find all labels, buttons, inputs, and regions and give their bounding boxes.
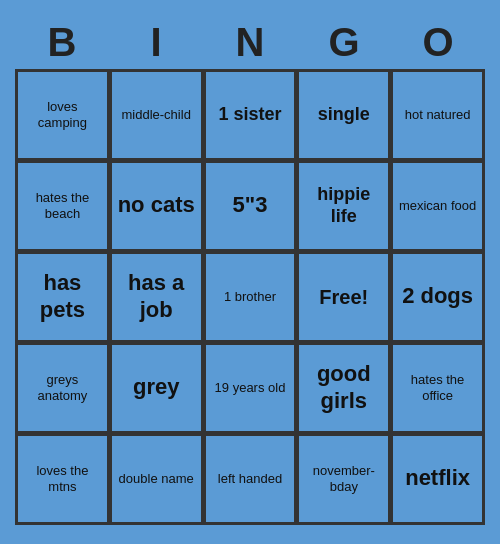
bingo-cell-13: Free! — [298, 253, 389, 341]
bingo-cell-17: 19 years old — [205, 344, 296, 432]
header-letter-b: B — [18, 20, 106, 65]
bingo-cell-7: 5"3 — [205, 162, 296, 250]
bingo-header: BINGO — [15, 20, 485, 65]
bingo-cell-5: hates the beach — [17, 162, 108, 250]
bingo-cell-9: mexican food — [392, 162, 483, 250]
bingo-cell-4: hot natured — [392, 71, 483, 159]
bingo-card: BINGO loves campingmiddle-child1 sisters… — [5, 10, 495, 535]
header-letter-n: N — [206, 20, 294, 65]
bingo-cell-2: 1 sister — [205, 71, 296, 159]
bingo-cell-6: no cats — [111, 162, 202, 250]
header-letter-g: G — [300, 20, 388, 65]
bingo-cell-20: loves the mtns — [17, 435, 108, 523]
bingo-cell-14: 2 dogs — [392, 253, 483, 341]
bingo-cell-1: middle-child — [111, 71, 202, 159]
bingo-cell-21: double name — [111, 435, 202, 523]
bingo-cell-0: loves camping — [17, 71, 108, 159]
bingo-cell-15: greys anatomy — [17, 344, 108, 432]
bingo-cell-18: good girls — [298, 344, 389, 432]
header-letter-i: I — [112, 20, 200, 65]
header-letter-o: O — [394, 20, 482, 65]
bingo-cell-3: single — [298, 71, 389, 159]
bingo-cell-24: netflix — [392, 435, 483, 523]
bingo-cell-23: november-bday — [298, 435, 389, 523]
bingo-cell-10: has pets — [17, 253, 108, 341]
bingo-cell-11: has a job — [111, 253, 202, 341]
bingo-cell-16: grey — [111, 344, 202, 432]
bingo-cell-12: 1 brother — [205, 253, 296, 341]
bingo-cell-19: hates the office — [392, 344, 483, 432]
bingo-grid: loves campingmiddle-child1 sistersingleh… — [15, 69, 485, 525]
bingo-cell-8: hippie life — [298, 162, 389, 250]
bingo-cell-22: left handed — [205, 435, 296, 523]
